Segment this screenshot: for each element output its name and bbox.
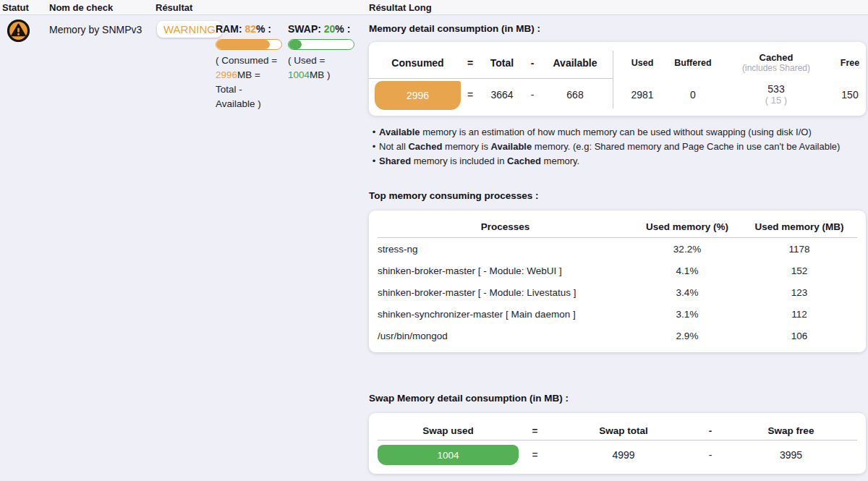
header-swap-total: Swap total (551, 425, 696, 436)
processes-title: Top memory consuming processes : (369, 190, 866, 203)
table-row: /usr/bin/mongod2.9%106 (378, 325, 857, 346)
swap-table-header-row: Swap used = Swap total - Swap free (378, 422, 857, 440)
process-used-pct: 4.1% (633, 265, 741, 276)
swap-label-text: SWAP: (288, 23, 321, 35)
cell-cached-main: 533 (720, 83, 833, 95)
ram-bar-fill (216, 40, 270, 49)
header-processes: Processes (378, 221, 633, 232)
process-used-pct: 3.1% (633, 309, 741, 320)
process-name: /usr/bin/mongod (378, 331, 633, 341)
swap-bar-fill (289, 40, 302, 49)
column-group-divider (613, 51, 613, 108)
table-row: shinken-synchronizer-master [ Main daemo… (378, 303, 857, 325)
table-row: shinken-broker-master [ - Module: WebUI … (378, 260, 857, 281)
swap-perf-block: SWAP: 20% : ( Used = 1004MB ) (288, 23, 354, 82)
note-item: •Not all Cached memory is Available memo… (369, 140, 866, 154)
column-header-resultat-long: Résultat Long (369, 2, 432, 13)
process-used-mb: 1178 (741, 244, 857, 255)
header-available: Available (540, 57, 610, 69)
ram-perf-block: RAM: 82% : ( Consumed = 2996MB = Total -… (216, 23, 282, 111)
cell-equals: = (461, 89, 480, 101)
header-swap-eq: = (519, 425, 551, 436)
process-used-mb: 152 (741, 265, 857, 276)
note-item: •Available memory is an estimation of ho… (369, 125, 866, 140)
cell-swap-minus: - (696, 449, 725, 461)
swap-detail-card: Swap used = Swap total - Swap free 1004 … (369, 413, 866, 474)
column-header-nom-de-check: Nom de check (49, 2, 113, 13)
cell-available: 668 (540, 89, 610, 101)
table-row: stress-ng32.2%1178 (378, 238, 857, 260)
check-result-row: Memory by SNMPv3 WARNING RAM: 82% : ( Co… (0, 15, 868, 481)
bullet-icon: • (369, 154, 379, 169)
warning-triangle-icon (7, 20, 30, 42)
header-swap-minus: - (696, 425, 725, 436)
process-used-mb: 106 (741, 331, 857, 341)
cell-free: 150 (833, 89, 867, 101)
cell-minus: - (524, 89, 540, 101)
warning-status-icon[interactable] (7, 20, 30, 42)
swap-label: SWAP: 20% : (288, 23, 354, 35)
bullet-icon: • (369, 125, 379, 140)
header-free: Free (833, 58, 867, 68)
header-cached: Cached (includes Shared) (720, 52, 833, 74)
swap-note-suffix: MB ) (310, 69, 331, 80)
swap-note: ( Used = 1004MB ) (288, 54, 354, 82)
memory-notes-list: •Available memory is an estimation of ho… (369, 125, 866, 169)
memory-detail-card: Consumed = Total - Available Used Buffer… (369, 42, 866, 116)
process-used-pct: 2.9% (633, 331, 741, 341)
process-name: shinken-broker-master [ - Module: Livest… (378, 287, 633, 298)
header-swap-used: Swap used (378, 425, 519, 436)
cell-used: 2981 (618, 89, 666, 101)
note-text: Available memory is an estimation of how… (379, 125, 812, 140)
ram-usage-bar (216, 39, 282, 50)
ram-percent-value: 82 (244, 23, 256, 35)
note-item: •Shared memory is included in Cached mem… (369, 154, 866, 169)
process-name: shinken-synchronizer-master [ Main daemo… (378, 309, 633, 320)
ram-consumed-value: 2996 (216, 69, 237, 80)
cell-swap-eq: = (519, 449, 551, 461)
memory-table-header-row: Consumed = Total - Available Used Buffer… (375, 48, 860, 78)
long-output-column: Memory detail consumption (in MB) : Cons… (369, 23, 866, 474)
header-used-memory-mb: Used memory (MB) (741, 221, 857, 232)
cell-buffered: 0 (666, 89, 720, 101)
header-consumed: Consumed (375, 57, 461, 69)
cell-swap-used: 1004 (378, 445, 519, 465)
results-table-header: Statut Nom de check Résultat Résultat Lo… (0, 0, 868, 15)
process-used-mb: 123 (741, 287, 857, 298)
status-badge: WARNING (157, 21, 222, 38)
processes-card: Processes Used memory (%) Used memory (M… (369, 210, 866, 352)
bullet-icon: • (369, 140, 379, 154)
ram-note-prefix: ( Consumed = (216, 55, 277, 66)
swap-used-value: 1004 (288, 69, 310, 80)
swap-usage-bar (288, 39, 354, 50)
consumed-highlight-cell: 2996 (375, 81, 461, 110)
header-used-memory-pct: Used memory (%) (633, 221, 741, 232)
ram-label-text: RAM: (216, 23, 242, 35)
header-swap-free: Swap free (725, 425, 857, 436)
process-name: stress-ng (378, 244, 633, 255)
check-name-link[interactable]: Memory by SNMPv3 (49, 24, 142, 35)
ram-percent-suffix: % : (256, 23, 271, 35)
header-total: Total (480, 57, 524, 69)
cell-total: 3664 (480, 89, 524, 101)
header-used: Used (618, 58, 666, 68)
table-row: shinken-broker-master [ - Module: Livest… (378, 281, 857, 303)
process-name: shinken-broker-master [ - Module: WebUI … (378, 265, 633, 276)
note-text: Shared memory is included in Cached memo… (379, 154, 579, 169)
column-header-resultat: Résultat (156, 2, 192, 13)
note-text: Not all Cached memory is Available memor… (379, 140, 840, 154)
cell-cached-shared: ( 15 ) (720, 95, 833, 106)
swap-detail-title: Swap Memory detail consumption (in MB) : (369, 393, 866, 406)
header-equals: = (461, 57, 480, 69)
process-used-mb: 112 (741, 309, 857, 320)
column-header-statut: Statut (2, 2, 29, 13)
header-minus: - (524, 57, 540, 69)
processes-table-body: stress-ng32.2%1178shinken-broker-master … (378, 238, 857, 346)
cell-swap-free: 3995 (725, 449, 857, 461)
swap-percent-value: 20 (324, 23, 336, 35)
swap-note-prefix: ( Used = (288, 55, 325, 66)
cell-consumed: 2996 (375, 80, 461, 110)
memory-detail-title: Memory detail consumption (in MB) : (369, 23, 866, 36)
cell-cached: 533 ( 15 ) (720, 83, 833, 106)
processes-table-header-row: Processes Used memory (%) Used memory (M… (378, 216, 857, 238)
